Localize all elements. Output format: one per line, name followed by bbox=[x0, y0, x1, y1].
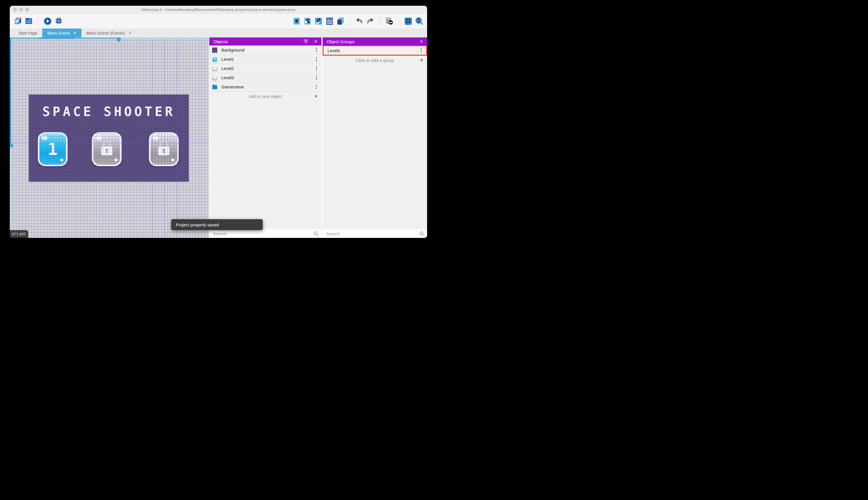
object-menu-icon[interactable] bbox=[315, 83, 318, 90]
add-new-object-button[interactable]: Add a new object + bbox=[209, 92, 321, 101]
object-row-level1[interactable]: 1 Level1 bbox=[209, 55, 321, 64]
tab-start-page[interactable]: Start Page bbox=[13, 29, 42, 37]
save-toast: Project properly saved bbox=[171, 219, 263, 230]
locked-button-thumbnail bbox=[212, 66, 217, 71]
level3-button-object[interactable] bbox=[149, 132, 179, 166]
redo-icon[interactable] bbox=[366, 17, 374, 25]
group-menu-icon[interactable] bbox=[420, 47, 423, 54]
vertical-scrollbar[interactable] bbox=[10, 37, 11, 238]
cursor-coordinates-badge: 871;420 bbox=[10, 230, 28, 238]
toolbar-separator bbox=[38, 16, 38, 26]
tab-menu-scene[interactable]: Menu Scene ✕ bbox=[42, 29, 81, 37]
tab-bar: Start Page Menu Scene ✕ Menu Scene (Even… bbox=[10, 29, 427, 37]
toggle-mask-icon[interactable] bbox=[385, 17, 393, 25]
traffic-lights bbox=[13, 8, 29, 12]
zoom-window-button[interactable] bbox=[25, 8, 29, 12]
text-object-thumbnail: Tx bbox=[212, 84, 217, 90]
object-menu-icon[interactable] bbox=[315, 65, 318, 72]
objects-panel-title: Objects bbox=[213, 39, 228, 44]
scene-editor-canvas[interactable]: SPACE SHOOTER 1 bbox=[10, 37, 209, 238]
title-bar: GDevelop 5 - /Users/dkarakay/Documents/G… bbox=[10, 6, 427, 13]
edit-instances-list-icon[interactable] bbox=[326, 17, 333, 25]
objects-search-input[interactable] bbox=[213, 231, 314, 236]
window-title: GDevelop 5 - /Users/dkarakay/Documents/G… bbox=[141, 8, 296, 12]
edit-layers-icon[interactable] bbox=[337, 17, 344, 25]
edit-objects-icon[interactable] bbox=[293, 17, 301, 25]
level-button-thumbnail: 1 bbox=[212, 57, 217, 62]
object-groups-panel-header: Object Groups ✕ bbox=[322, 37, 427, 46]
object-row-background[interactable]: Background bbox=[209, 46, 321, 55]
groups-search-input[interactable] bbox=[326, 231, 419, 236]
zoom-1-1-icon[interactable]: 1:1 bbox=[415, 17, 423, 25]
gdevelop-window: GDevelop 5 - /Users/dkarakay/Documents/G… bbox=[10, 6, 427, 238]
close-panel-icon[interactable]: ✕ bbox=[420, 39, 423, 44]
main-toolbar: 1:1 bbox=[10, 13, 427, 29]
edit-scene-properties-icon[interactable] bbox=[315, 17, 322, 25]
object-menu-icon[interactable] bbox=[315, 74, 318, 81]
lock-icon bbox=[100, 140, 114, 158]
objects-panel-header: Objects ✕ bbox=[209, 37, 321, 46]
search-icon bbox=[419, 231, 424, 236]
game-title-text-object[interactable]: SPACE SHOOTER bbox=[29, 104, 189, 119]
add-group-button[interactable]: Click to add a group + bbox=[322, 56, 427, 65]
horizontal-scroll-thumb[interactable] bbox=[38, 37, 74, 39]
level1-button-object[interactable]: 1 bbox=[38, 132, 68, 166]
highlight-annotation-box: Levels bbox=[322, 45, 427, 56]
toolbar-separator bbox=[399, 16, 399, 26]
tab-menu-scene-events[interactable]: Menu Scene (Events) ✕ bbox=[81, 29, 137, 37]
horizontal-scrollbar[interactable] bbox=[10, 37, 209, 39]
close-panel-icon[interactable]: ✕ bbox=[314, 39, 317, 44]
object-groups-panel-title: Object Groups bbox=[327, 39, 354, 44]
locked-button-thumbnail bbox=[212, 75, 217, 80]
object-menu-icon[interactable] bbox=[315, 47, 318, 53]
search-icon bbox=[314, 231, 319, 236]
lock-icon bbox=[157, 140, 171, 158]
minimize-window-button[interactable] bbox=[19, 8, 23, 12]
toolbar-separator bbox=[350, 16, 350, 26]
scene-origin-marker-x[interactable] bbox=[117, 37, 120, 42]
object-row-level2[interactable]: Level2 bbox=[209, 64, 321, 73]
plus-icon: + bbox=[314, 93, 318, 100]
objects-panel: Objects ✕ Background 1 Level1 Level2 bbox=[209, 37, 321, 238]
scene-origin-marker-y[interactable] bbox=[10, 144, 13, 147]
background-thumbnail bbox=[212, 47, 217, 53]
object-menu-icon[interactable] bbox=[315, 56, 318, 62]
play-icon[interactable] bbox=[44, 17, 51, 25]
close-window-button[interactable] bbox=[13, 8, 17, 12]
undo-icon[interactable] bbox=[355, 17, 363, 25]
project-manager-icon[interactable] bbox=[14, 17, 22, 25]
level2-button-object[interactable] bbox=[92, 132, 122, 166]
filter-icon[interactable] bbox=[304, 40, 308, 43]
edit-object-groups-icon[interactable] bbox=[304, 17, 312, 25]
toggle-grid-icon[interactable] bbox=[404, 17, 412, 25]
group-row-levels[interactable]: Levels bbox=[324, 46, 426, 55]
scene-background-object[interactable]: SPACE SHOOTER 1 bbox=[29, 94, 189, 182]
groups-search-box bbox=[322, 229, 427, 238]
toolbar-separator bbox=[379, 16, 380, 26]
close-tab-icon[interactable]: ✕ bbox=[73, 31, 77, 35]
objects-search-box bbox=[209, 229, 321, 238]
debug-icon[interactable] bbox=[55, 17, 62, 25]
plus-icon: + bbox=[420, 57, 423, 64]
object-groups-panel: Object Groups ✕ Levels Click to add a gr… bbox=[322, 37, 427, 238]
close-tab-icon[interactable]: ✕ bbox=[128, 31, 131, 35]
object-row-gamename[interactable]: Tx Gamename bbox=[209, 82, 321, 92]
object-row-level3[interactable]: Level3 bbox=[209, 73, 321, 82]
zoom-label: 1:1 bbox=[417, 19, 421, 22]
start-page-icon[interactable] bbox=[25, 17, 33, 25]
